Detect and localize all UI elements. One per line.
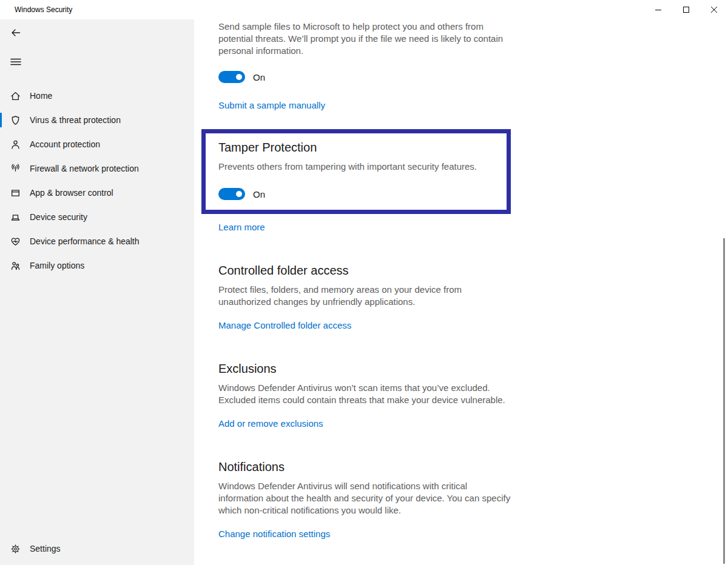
sidebar-bottom: Settings <box>0 537 194 565</box>
maximize-icon <box>683 7 689 13</box>
sidebar-item-account-protection[interactable]: Account protection <box>0 132 194 156</box>
controlled-folder-access-title: Controlled folder access <box>218 264 534 278</box>
window-title: Windows Security <box>0 5 72 14</box>
vertical-scrollbar-thumb[interactable] <box>723 238 725 564</box>
heart-pulse-icon <box>10 236 21 247</box>
add-remove-exclusions-link[interactable]: Add or remove exclusions <box>218 418 323 429</box>
sidebar-item-family-options[interactable]: Family options <box>0 253 194 278</box>
person-icon <box>10 139 21 150</box>
laptop-icon <box>10 212 21 222</box>
manage-controlled-folder-access-link[interactable]: Manage Controlled folder access <box>218 320 351 330</box>
gear-icon <box>10 543 21 554</box>
change-notification-settings-link[interactable]: Change notification settings <box>218 529 330 539</box>
sidebar-item-virus-threat-protection[interactable]: Virus & threat protection <box>0 108 194 132</box>
exclusions-title: Exclusions <box>218 362 534 376</box>
sidebar-item-settings[interactable]: Settings <box>0 537 194 561</box>
notifications-title: Notifications <box>218 460 534 474</box>
tamper-protection-toggle-row: On <box>218 188 494 200</box>
toggle-state-label: On <box>253 189 265 199</box>
window-controls <box>644 0 728 19</box>
network-signal-icon <box>10 163 21 174</box>
sidebar: Home Virus & threat protection Account p… <box>0 19 194 565</box>
exclusions-section: Exclusions Windows Defender Antivirus wo… <box>218 362 534 429</box>
exclusions-description: Windows Defender Antivirus won’t scan it… <box>218 382 511 406</box>
learn-more-link[interactable]: Learn more <box>218 222 265 232</box>
sample-submission-toggle-row: On <box>218 71 534 83</box>
maximize-button[interactable] <box>672 0 700 19</box>
sidebar-item-app-browser-control[interactable]: App & browser control <box>0 181 194 205</box>
title-bar: Windows Security <box>0 0 728 19</box>
tamper-protection-toggle[interactable] <box>218 188 245 200</box>
shield-icon <box>10 115 21 125</box>
sidebar-item-label: Home <box>30 91 52 101</box>
hamburger-icon <box>10 56 21 67</box>
tamper-protection-description: Prevents others from tampering with impo… <box>218 161 511 173</box>
controlled-folder-access-section: Controlled folder access Protect files, … <box>218 264 534 331</box>
notifications-section: Notifications Windows Defender Antivirus… <box>218 460 534 540</box>
hamburger-menu-button[interactable] <box>5 51 27 73</box>
close-icon <box>711 7 717 13</box>
home-icon <box>10 90 21 101</box>
sidebar-item-label: Account protection <box>30 139 100 149</box>
tamper-protection-highlight-box: Tamper Protection Prevents others from t… <box>201 129 511 214</box>
app-body: Home Virus & threat protection Account p… <box>0 19 728 565</box>
minimize-button[interactable] <box>644 0 672 19</box>
back-arrow-icon <box>10 27 21 38</box>
sidebar-nav: Home Virus & threat protection Account p… <box>0 84 194 278</box>
sidebar-item-device-security[interactable]: Device security <box>0 205 194 229</box>
tamper-protection-title: Tamper Protection <box>218 141 494 155</box>
toggle-knob <box>236 191 242 197</box>
sidebar-item-label: App & browser control <box>30 188 113 198</box>
sidebar-item-label: Virus & threat protection <box>30 115 121 125</box>
toggle-state-label: On <box>253 72 265 82</box>
main-content: Send sample files to Microsoft to help p… <box>194 19 728 565</box>
toggle-knob <box>236 74 242 80</box>
sidebar-item-device-performance-health[interactable]: Device performance & health <box>0 229 194 253</box>
sidebar-item-label: Settings <box>30 544 61 553</box>
sidebar-item-firewall-network-protection[interactable]: Firewall & network protection <box>0 156 194 181</box>
notifications-description: Windows Defender Antivirus will send not… <box>218 480 511 517</box>
sidebar-item-label: Device performance & health <box>30 236 140 246</box>
app-window-icon <box>10 187 21 198</box>
sidebar-item-label: Firewall & network protection <box>30 164 139 173</box>
minimize-icon <box>655 7 661 13</box>
close-button[interactable] <box>700 0 728 19</box>
controlled-folder-access-description: Protect files, folders, and memory areas… <box>218 284 511 308</box>
sidebar-item-label: Device security <box>30 212 87 222</box>
submit-sample-link[interactable]: Submit a sample manually <box>218 100 325 110</box>
sample-submission-toggle[interactable] <box>218 71 245 83</box>
family-icon <box>10 260 21 271</box>
back-button[interactable] <box>5 22 27 44</box>
sidebar-item-label: Family options <box>30 261 84 270</box>
sidebar-item-home[interactable]: Home <box>0 84 194 108</box>
sample-submission-description: Send sample files to Microsoft to help p… <box>218 21 511 57</box>
